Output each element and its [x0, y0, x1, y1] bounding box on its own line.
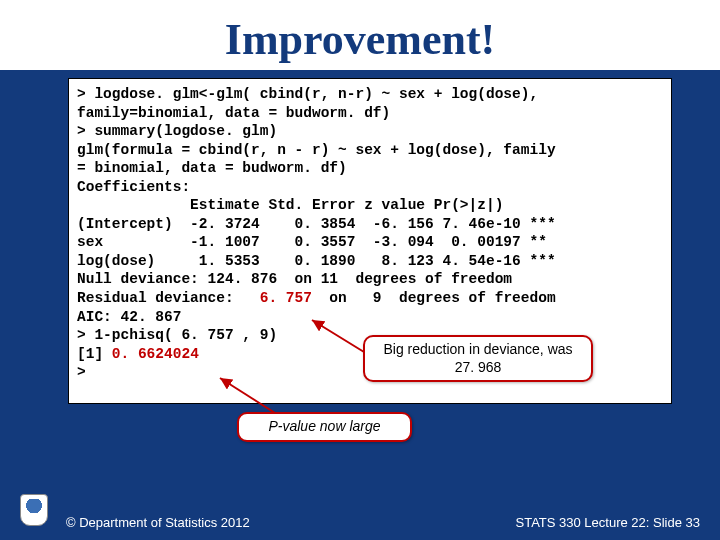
code-line: Coefficients:	[77, 179, 190, 195]
code-line: = binomial, data = budworm. df)	[77, 160, 347, 176]
code-line: Null deviance: 124. 876 on 11 degrees of…	[77, 271, 512, 287]
code-line: (Intercept) -2. 3724 0. 3854 -6. 156 7. …	[77, 216, 556, 232]
code-line: > 1-pchisq( 6. 757 , 9)	[77, 327, 277, 343]
code-line: Estimate Std. Error z value Pr(>|z|)	[77, 197, 503, 213]
code-line: sex -1. 1007 0. 3557 -3. 094 0. 00197 **	[77, 234, 547, 250]
code-line: on 9 degrees of freedom	[312, 290, 556, 306]
residual-deviance-value: 6. 757	[260, 290, 312, 306]
pvalue-value: 0. 6624024	[112, 346, 199, 362]
code-line: Residual deviance:	[77, 290, 260, 306]
title-bar: Improvement!	[0, 0, 720, 70]
code-line: >	[77, 364, 86, 380]
shield-icon	[20, 494, 48, 526]
code-line: log(dose) 1. 5353 0. 1890 8. 123 4. 54e-…	[77, 253, 556, 269]
code-line: > summary(logdose. glm)	[77, 123, 277, 139]
code-line: family=binomial, data = budworm. df)	[77, 105, 390, 121]
code-line: AIC: 42. 867	[77, 309, 181, 325]
callout-pvalue: P-value now large	[237, 412, 412, 442]
code-line: > logdose. glm<-glm( cbind(r, n-r) ~ sex…	[77, 86, 538, 102]
footer-slide-number: STATS 330 Lecture 22: Slide 33	[515, 515, 700, 530]
callout-deviance: Big reduction in deviance, was 27. 968	[363, 335, 593, 382]
slide: Improvement! > logdose. glm<-glm( cbind(…	[0, 0, 720, 540]
slide-title: Improvement!	[225, 14, 495, 65]
code-line: [1]	[77, 346, 112, 362]
footer-copyright: © Department of Statistics 2012	[66, 515, 250, 530]
university-logo	[16, 494, 52, 534]
code-line: glm(formula = cbind(r, n - r) ~ sex + lo…	[77, 142, 556, 158]
